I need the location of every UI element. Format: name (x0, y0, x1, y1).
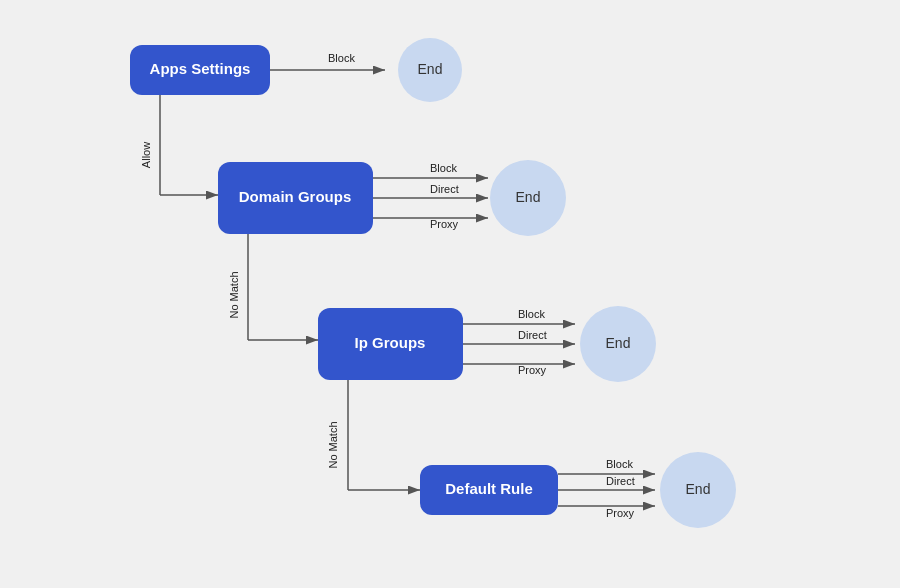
default-direct-label: Direct (606, 475, 635, 487)
end-circle-4 (660, 452, 736, 528)
domain-proxy-label: Proxy (430, 218, 459, 230)
ip-block-label: Block (518, 308, 545, 320)
ip-groups-node[interactable] (318, 308, 463, 380)
default-block-label: Block (606, 458, 633, 470)
domain-groups-node[interactable] (218, 162, 373, 234)
apps-block-label: Block (328, 52, 355, 64)
domain-direct-label: Direct (430, 183, 459, 195)
flow-diagram: Apps Settings Block End Allow Domain Gro… (0, 0, 900, 588)
ip-proxy-label: Proxy (518, 364, 547, 376)
default-proxy-label: Proxy (606, 507, 635, 519)
default-rule-node[interactable] (420, 465, 558, 515)
diagram-container: Apps Settings Block End Allow Domain Gro… (0, 0, 900, 588)
nomatch1-label: No Match (228, 271, 240, 318)
nomatch2-label: No Match (327, 421, 339, 468)
end-circle-3 (580, 306, 656, 382)
domain-block-label: Block (430, 162, 457, 174)
end-circle-1 (398, 38, 462, 102)
end-circle-2 (490, 160, 566, 236)
ip-direct-label: Direct (518, 329, 547, 341)
apps-settings-node[interactable] (130, 45, 270, 95)
allow-label: Allow (140, 142, 152, 168)
